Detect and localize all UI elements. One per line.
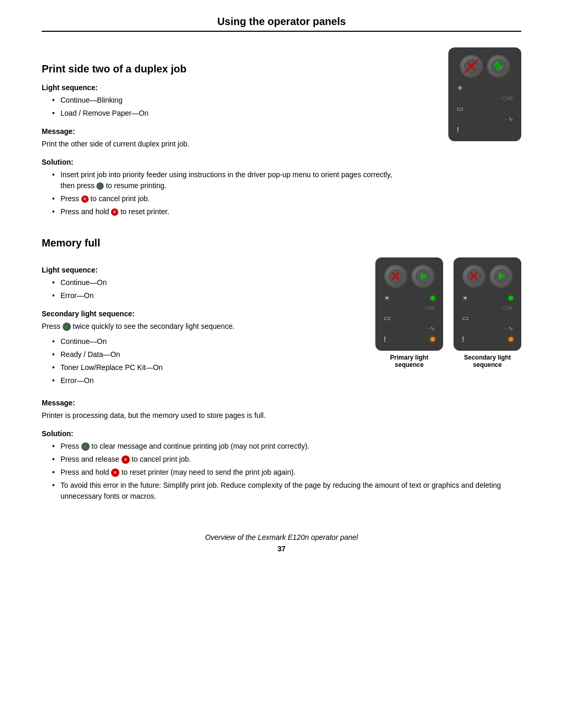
- continue-icon-inline2: ▶: [63, 323, 71, 331]
- panel1-row3: ▭ ·: [455, 104, 515, 113]
- primary-panel-rows: ☀ · ⬡/⊙ ▭ · · ∿: [382, 294, 437, 343]
- primary-continue-btn: [411, 265, 434, 288]
- primary-exclaim-icon: !: [384, 335, 386, 343]
- primary-cancel-icon: [388, 269, 403, 283]
- panel1-dot5: ·: [511, 127, 513, 132]
- list-item: Continue—Blinking: [52, 95, 396, 106]
- section2-light-seq-list: Continue—On Error—On: [42, 277, 375, 301]
- secondary-panel-rows: ☀ · ⬡/⊙ ▭ · · ∿: [460, 294, 515, 343]
- sun-icon: ☀: [457, 84, 463, 92]
- section2-light-seq-label: Light sequence:: [42, 266, 375, 274]
- secondary-panel: ☀ · ⬡/⊙ ▭ · · ∿: [454, 257, 521, 351]
- panel1-toner-symbol: · ⬡/⊙: [500, 95, 513, 101]
- primary-continue-dot: [431, 296, 435, 300]
- list-item: Error—On: [52, 375, 375, 386]
- section2-secondary-list: Continue—On Ready / Data—On Toner Low/Re…: [42, 336, 375, 386]
- section1-light-seq-label: Light sequence:: [42, 83, 396, 92]
- panel1-row5: ! ·: [455, 126, 515, 134]
- section1-block: Print side two of a duplex job Light seq…: [42, 47, 521, 221]
- list-item: Press and release ✕ to cancel print job.: [52, 454, 521, 465]
- secondary-panel-with-caption: ☀ · ⬡/⊙ ▭ · · ∿: [454, 257, 521, 368]
- secondary-panel-top-buttons: [462, 265, 512, 288]
- section1-message-text: Print the other side of current duplex p…: [42, 139, 396, 150]
- secondary-continue-dot: [509, 296, 513, 300]
- primary-dot3: ·: [433, 315, 435, 320]
- primary-row5: !: [382, 335, 437, 343]
- cancel-icon-sol3: ✕: [111, 468, 119, 477]
- panel1-row1: ☀ ·: [455, 84, 515, 92]
- continue-icon-sol1: ▶: [81, 442, 90, 451]
- page-number: 37: [42, 545, 521, 553]
- section1-panel-image: ☀ · · ⬡/⊙ ▭ · · ∿ ! ·: [448, 47, 521, 141]
- secondary-error-dot: [509, 337, 513, 341]
- section2-secondary-seq-label: Secondary light sequence:: [42, 310, 375, 318]
- list-item: Toner Low/Replace PC Kit—On: [52, 362, 375, 373]
- section1-solution-label: Solution:: [42, 158, 396, 166]
- list-item: Load / Remove Paper—On: [52, 108, 396, 119]
- panel1-rows: ☀ · · ⬡/⊙ ▭ · · ∿ ! ·: [455, 84, 515, 134]
- panel1-row2: · ⬡/⊙: [455, 95, 515, 101]
- secondary-sun-icon: ☀: [462, 294, 469, 302]
- primary-panel-caption: Primary lightsequence: [390, 354, 428, 368]
- section2-panels: ☀ · ⬡/⊙ ▭ · · ∿: [375, 257, 521, 368]
- primary-paper-icon: ▭: [384, 314, 390, 322]
- wave-icon: · ∿: [505, 116, 513, 122]
- list-item: Ready / Data—On: [52, 349, 375, 360]
- primary-row1: ☀: [382, 294, 437, 302]
- secondary-panel-caption: Secondary lightsequence: [464, 354, 511, 368]
- secondary-exclaim-icon: !: [462, 335, 464, 343]
- list-item: Continue—On: [52, 277, 375, 288]
- list-item: To avoid this error in the future: Simpl…: [52, 480, 521, 502]
- section1-message-label: Message:: [42, 127, 396, 135]
- primary-panel-with-caption: ☀ · ⬡/⊙ ▭ · · ∿: [375, 257, 443, 368]
- secondary-toner-row: · ⬡/⊙: [501, 305, 513, 311]
- secondary-dot3: ·: [511, 315, 513, 320]
- section2-message-text: Printer is processing data, but the memo…: [42, 410, 521, 421]
- secondary-wave-icon: · ∿: [505, 325, 513, 332]
- cancel-icon-inline: ✕: [81, 195, 89, 203]
- page-footer: Overview of the Lexmark E120n operator p…: [42, 533, 521, 541]
- section1-heading: Print side two of a duplex job: [42, 63, 396, 75]
- section2-secondary-intro: Press ▶ twice quickly to see the seconda…: [42, 321, 375, 332]
- list-item: Insert print job into priority feeder us…: [52, 169, 396, 191]
- panel1-cancel-button: [460, 55, 483, 78]
- secondary-continue-icon: [494, 269, 508, 283]
- paper-icon: ▭: [457, 104, 463, 113]
- section2-solution-list: Press ▶ to clear message and continue pr…: [42, 441, 521, 502]
- list-item: Press and hold ✕ to reset printer.: [52, 206, 396, 217]
- secondary-row2: · ⬡/⊙: [460, 305, 515, 311]
- section1-light-seq-list: Continue—Blinking Load / Remove Paper—On: [42, 95, 396, 119]
- primary-continue-icon: [415, 269, 430, 283]
- secondary-row5: !: [460, 335, 515, 343]
- list-item: Press ▶ to clear message and continue pr…: [52, 441, 521, 452]
- panel1-continue-button: [487, 55, 510, 78]
- panel1-row4: · ∿: [455, 116, 515, 122]
- section2-text: Light sequence: Continue—On Error—On Sec…: [42, 257, 375, 390]
- section1-solution-list: Insert print job into priority feeder us…: [42, 169, 396, 217]
- primary-row3: ▭ ·: [382, 314, 437, 322]
- primary-error-dot: [431, 337, 435, 341]
- list-item: Continue—On: [52, 336, 375, 347]
- cancel-icon-sol2: ✕: [121, 455, 130, 464]
- cancel-hold-icon-inline: ✕: [111, 208, 118, 216]
- exclaim-icon: !: [457, 126, 459, 134]
- cancel-x-icon: [464, 59, 479, 73]
- continue-icon-inline: ▶: [96, 182, 104, 190]
- secondary-row3: ▭ ·: [460, 314, 515, 322]
- section2-content: Light sequence: Continue—On Error—On Sec…: [42, 257, 521, 390]
- secondary-row1: ☀: [460, 294, 515, 302]
- primary-panel-top-buttons: [384, 265, 434, 288]
- panel1-top-buttons: [460, 55, 510, 78]
- secondary-row4: · ∿: [460, 325, 515, 332]
- primary-toner-label: · ⬡/⊙: [422, 305, 435, 311]
- section2-message-label: Message:: [42, 399, 521, 407]
- primary-cancel-btn: [384, 265, 407, 288]
- primary-row4: · ∿: [382, 325, 437, 332]
- list-item: Error—On: [52, 290, 375, 301]
- primary-panel: ☀ · ⬡/⊙ ▭ · · ∿: [375, 257, 443, 351]
- secondary-cancel-btn: [462, 265, 485, 288]
- section2-block: Memory full Light sequence: Continue—On …: [42, 237, 521, 502]
- panel1-dot-label1: ·: [509, 85, 511, 91]
- continue-arrow-icon: [491, 59, 506, 73]
- primary-row2: · ⬡/⊙: [382, 305, 437, 311]
